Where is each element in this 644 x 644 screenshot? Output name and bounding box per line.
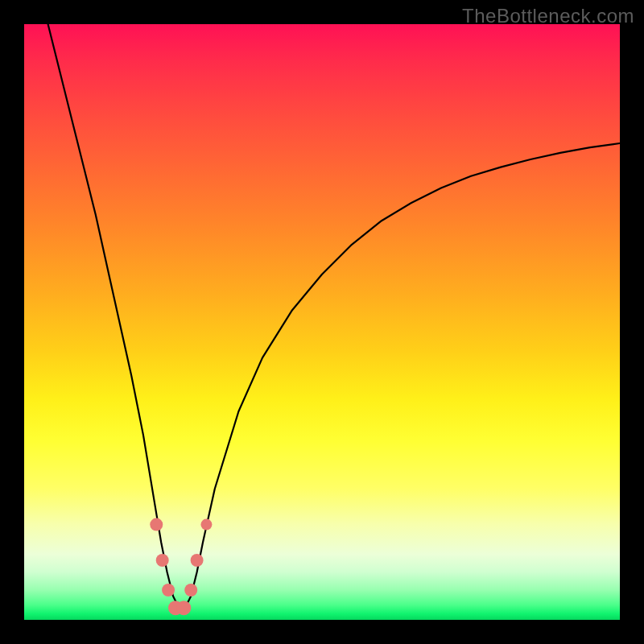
chart-svg (24, 24, 620, 620)
marker-dot (176, 601, 191, 615)
bottleneck-curve (48, 24, 620, 608)
marker-dot (150, 518, 163, 531)
marker-dot (191, 554, 204, 567)
marker-dot (156, 554, 169, 567)
marker-dot (200, 519, 212, 530)
plot-area (24, 24, 620, 620)
chart-frame: TheBottleneck.com (0, 0, 644, 644)
marker-dot (184, 584, 197, 597)
watermark-text: TheBottleneck.com (462, 5, 634, 27)
marker-dot (162, 584, 175, 597)
